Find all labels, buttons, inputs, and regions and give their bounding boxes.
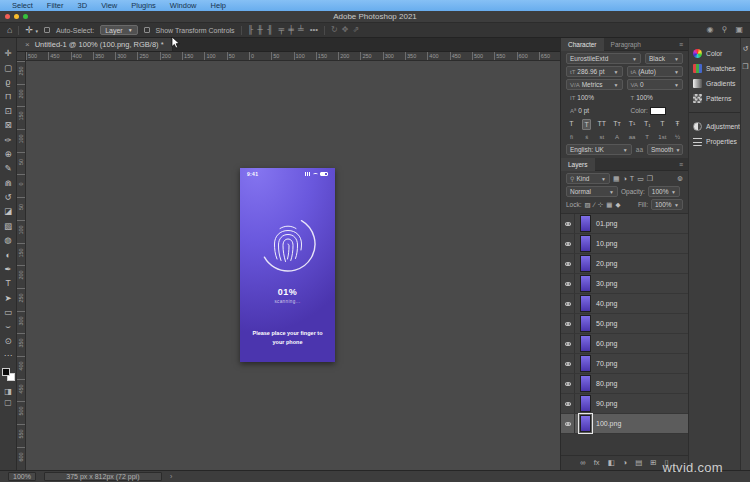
libraries-panel-icon[interactable]: ❒	[742, 63, 748, 71]
threed-mode-icon[interactable]: ↻	[331, 26, 338, 34]
tab-layers[interactable]: Layers	[561, 158, 595, 171]
status-chevron-icon[interactable]: ›	[170, 473, 172, 480]
layers-panel-menu-icon[interactable]: ≡	[679, 161, 688, 168]
frame-tool-icon[interactable]: ⊠	[1, 118, 16, 132]
distribute-icon[interactable]: ╤	[279, 26, 285, 34]
layer-filter-dropdown[interactable]: ⚲ Kind▼	[566, 173, 610, 184]
text-color-field[interactable]: Color:	[627, 105, 684, 116]
group-layers-icon[interactable]: ▤	[635, 459, 642, 467]
show-transform-checkbox[interactable]	[144, 27, 150, 33]
layer-thumbnail[interactable]	[580, 315, 591, 332]
layer-row[interactable]: 80.png	[561, 374, 688, 394]
layer-visibility-toggle[interactable]	[561, 214, 575, 233]
opentype-button[interactable]: A	[612, 133, 621, 142]
close-window-icon[interactable]	[5, 14, 10, 19]
quick-mask-icon[interactable]: ◨	[4, 387, 12, 396]
layer-thumbnail[interactable]	[580, 275, 591, 292]
dock-item[interactable]: Gradients	[689, 76, 740, 91]
tab-character[interactable]: Character	[561, 38, 604, 51]
layer-row[interactable]: 20.png	[561, 254, 688, 274]
layer-row[interactable]: 50.png	[561, 314, 688, 334]
align-icon[interactable]: ╟	[248, 26, 254, 34]
blur-tool-icon[interactable]: ◍	[1, 233, 16, 247]
pen-tool-icon[interactable]: ✒	[1, 262, 16, 276]
auto-select-checkbox[interactable]	[44, 27, 50, 33]
layer-filter-icon[interactable]: ❒	[647, 175, 653, 183]
format-button[interactable]: Tᴛ	[612, 119, 621, 130]
language-dropdown[interactable]: English: UK▼	[566, 144, 632, 155]
history-brush-tool-icon[interactable]: ↺	[1, 190, 16, 204]
lock-icon[interactable]: ◆	[615, 201, 620, 209]
object-selection-tool-icon[interactable]: ⊓	[1, 89, 16, 103]
auto-select-dropdown[interactable]: Layer▼	[100, 25, 137, 35]
screen-mode-icon[interactable]: ▢	[4, 398, 12, 407]
search-icon[interactable]: ⚲	[722, 26, 728, 34]
history-panel-icon[interactable]: ↺	[743, 45, 749, 53]
layer-thumbnail[interactable]	[580, 375, 591, 392]
phone-mockup-canvas[interactable]: 9:41	[240, 168, 335, 362]
kerning-field[interactable]: V/A Metrics▼	[566, 79, 623, 90]
align-icon[interactable]: ╢	[267, 26, 273, 34]
dock-item[interactable]: Swatches	[689, 61, 740, 76]
adjustment-layer-icon[interactable]: ◑	[623, 459, 628, 467]
opentype-button[interactable]: T	[643, 133, 652, 142]
menu-item[interactable]: Help	[211, 1, 226, 10]
layer-visibility-toggle[interactable]	[561, 394, 575, 413]
menu-item[interactable]: Select	[12, 1, 33, 10]
marquee-tool-icon[interactable]: ▢	[1, 60, 16, 74]
panel-menu-icon[interactable]: ≡	[679, 41, 688, 48]
opentype-button[interactable]: aa	[628, 133, 637, 142]
layer-thumbnail[interactable]	[580, 395, 591, 412]
zoom-level-field[interactable]: 100%	[8, 472, 36, 481]
dodge-tool-icon[interactable]: ◐	[1, 247, 16, 261]
layer-row[interactable]: 60.png	[561, 334, 688, 354]
layer-row[interactable]: 01.png	[561, 214, 688, 234]
brush-tool-icon[interactable]: ✎	[1, 161, 16, 175]
layer-row[interactable]: 30.png	[561, 274, 688, 294]
align-icon[interactable]: ╫	[257, 26, 263, 34]
dock-item[interactable]: Adjustments	[689, 119, 740, 134]
clone-stamp-tool-icon[interactable]: ⋒	[1, 176, 16, 190]
dock-item[interactable]: Color	[689, 46, 740, 61]
layer-thumbnail[interactable]	[580, 255, 591, 272]
lasso-tool-icon[interactable]: ϱ	[1, 75, 16, 89]
layer-thumbnail[interactable]	[580, 335, 591, 352]
share-icon[interactable]: ◉	[707, 26, 714, 34]
baseline-shift-field[interactable]: Aª 0 pt	[566, 105, 623, 116]
leading-field[interactable]: tA (Auto)▼	[627, 66, 684, 77]
new-layer-icon[interactable]: ⊞	[650, 459, 656, 467]
move-tool-preset-icon[interactable]: ✛ ▾	[25, 26, 38, 35]
opentype-button[interactable]: st	[597, 133, 606, 142]
distribute-icon[interactable]: ╧	[298, 26, 304, 34]
text-color-swatch[interactable]	[650, 107, 666, 115]
blend-mode-dropdown[interactable]: Normal▼	[566, 186, 618, 197]
horizontal-scale-field[interactable]: IT 100%	[566, 92, 623, 103]
foreground-color-swatch[interactable]	[2, 368, 10, 376]
zoom-window-icon[interactable]	[23, 14, 28, 19]
format-button[interactable]: Ŧ	[673, 119, 682, 130]
layer-row[interactable]: 90.png	[561, 394, 688, 414]
layer-visibility-toggle[interactable]	[561, 294, 575, 313]
layer-thumbnail[interactable]	[580, 295, 591, 312]
format-button[interactable]: T	[658, 119, 667, 130]
opentype-button[interactable]: 1st	[658, 133, 667, 142]
opacity-dropdown[interactable]: 100%▼	[648, 186, 680, 197]
layer-filter-icon[interactable]: ◑	[623, 175, 627, 182]
link-layers-icon[interactable]: ∞	[580, 459, 585, 467]
layer-row[interactable]: 40.png	[561, 294, 688, 314]
antialias-dropdown[interactable]: Smooth▼	[647, 144, 683, 155]
format-button[interactable]: TT	[597, 119, 606, 130]
eyedropper-tool-icon[interactable]: ✑	[1, 132, 16, 146]
layer-row[interactable]: 70.png	[561, 354, 688, 374]
document-tab[interactable]: × Untitled-1 @ 100% (100.png, RGB/8) *	[17, 38, 173, 51]
layer-thumbnail[interactable]	[580, 355, 591, 372]
close-tab-icon[interactable]: ×	[25, 40, 30, 49]
format-button[interactable]: T	[582, 119, 591, 130]
lock-icon[interactable]: ▨	[585, 201, 591, 209]
layer-mask-icon[interactable]: ◧	[608, 459, 615, 467]
lock-icon[interactable]: ∕	[594, 201, 595, 209]
filter-pin-icon[interactable]: ⊚	[677, 175, 683, 183]
format-button[interactable]: T₁	[643, 119, 652, 130]
layer-filter-icon[interactable]: ▦	[613, 175, 620, 183]
layer-thumbnail[interactable]	[580, 415, 591, 432]
